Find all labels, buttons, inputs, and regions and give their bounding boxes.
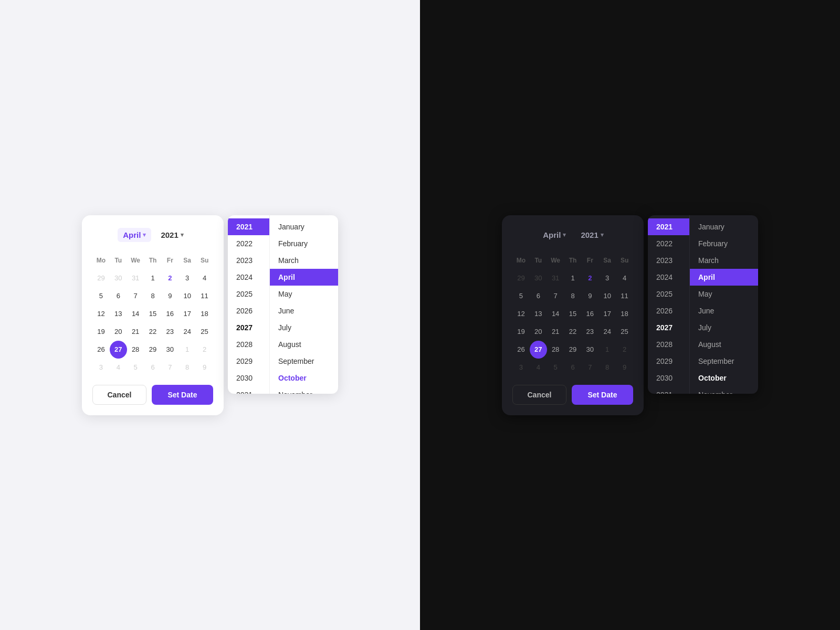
dark-year-item-2021[interactable]: 2021	[648, 218, 689, 235]
light-day-cell[interactable]: 24	[178, 323, 196, 341]
light-month-item-may[interactable]: May	[270, 286, 338, 302]
dark-year-item-2028[interactable]: 2028	[648, 336, 689, 353]
dark-year-dropdown-btn[interactable]: 2021 ▾	[576, 228, 607, 242]
light-month-item-april[interactable]: April	[270, 269, 338, 286]
dark-day-cell[interactable]: 3	[512, 359, 530, 376]
light-year-item-2027[interactable]: 2027	[228, 319, 269, 336]
light-day-cell[interactable]: 30	[110, 269, 127, 287]
dark-month-item-november[interactable]: November	[690, 386, 758, 394]
dark-month-dropdown-btn[interactable]: April ▾	[538, 228, 571, 242]
light-day-cell[interactable]: 4	[196, 269, 213, 287]
light-day-cell[interactable]: 8	[178, 359, 196, 376]
light-day-cell[interactable]: 2	[196, 341, 213, 359]
dark-day-cell[interactable]: 18	[616, 305, 633, 323]
dark-day-cell[interactable]: 11	[616, 287, 633, 305]
dark-month-item-october[interactable]: October	[690, 370, 758, 386]
light-day-cell[interactable]: 3	[178, 269, 196, 287]
dark-day-cell-today[interactable]: 2	[581, 269, 598, 287]
dark-day-cell[interactable]: 26	[512, 341, 530, 359]
dark-day-cell[interactable]: 31	[547, 269, 564, 287]
light-day-cell[interactable]: 3	[92, 359, 110, 376]
light-day-cell[interactable]: 1	[144, 269, 162, 287]
light-month-list[interactable]: January February March April May June Ju…	[270, 215, 338, 394]
light-day-cell[interactable]: 8	[144, 287, 162, 305]
dark-day-cell[interactable]: 7	[547, 287, 564, 305]
light-day-cell[interactable]: 23	[161, 323, 178, 341]
light-year-item-2028[interactable]: 2028	[228, 336, 269, 353]
light-day-cell[interactable]: 5	[127, 359, 144, 376]
dark-month-item-february[interactable]: February	[690, 235, 758, 252]
dark-year-item-2030[interactable]: 2030	[648, 370, 689, 386]
light-month-item-august[interactable]: August	[270, 336, 338, 353]
dark-day-cell[interactable]: 6	[564, 359, 582, 376]
light-day-cell[interactable]: 7	[161, 359, 178, 376]
light-month-dropdown-btn[interactable]: April ▾	[118, 228, 151, 242]
dark-month-list[interactable]: January February March April May June Ju…	[690, 215, 758, 394]
dark-day-cell[interactable]: 29	[512, 269, 530, 287]
dark-day-cell[interactable]: 2	[616, 341, 633, 359]
dark-month-item-july[interactable]: July	[690, 319, 758, 336]
dark-year-item-2027[interactable]: 2027	[648, 319, 689, 336]
dark-day-cell[interactable]: 16	[581, 305, 598, 323]
light-year-item-2029[interactable]: 2029	[228, 353, 269, 370]
dark-day-cell[interactable]: 19	[512, 323, 530, 341]
dark-year-item-2023[interactable]: 2023	[648, 252, 689, 269]
light-day-cell[interactable]: 28	[127, 341, 144, 359]
light-day-cell[interactable]: 4	[110, 359, 127, 376]
dark-day-cell[interactable]: 23	[581, 323, 598, 341]
light-day-cell[interactable]: 25	[196, 323, 213, 341]
light-day-cell[interactable]: 18	[196, 305, 213, 323]
dark-month-item-january[interactable]: January	[690, 218, 758, 235]
dark-day-cell[interactable]: 1	[564, 269, 582, 287]
light-day-cell[interactable]: 13	[110, 305, 127, 323]
dark-year-item-2029[interactable]: 2029	[648, 353, 689, 370]
light-year-list[interactable]: 2021 2022 2023 2024 2025 2026 2027 2028 …	[228, 215, 270, 394]
dark-day-cell[interactable]: 4	[616, 269, 633, 287]
light-year-dropdown-btn[interactable]: 2021 ▾	[156, 228, 187, 242]
dark-day-cell[interactable]: 29	[564, 341, 582, 359]
dark-day-cell[interactable]: 15	[564, 305, 582, 323]
dark-day-cell[interactable]: 3	[598, 269, 616, 287]
light-day-cell[interactable]: 6	[110, 287, 127, 305]
light-day-cell[interactable]: 12	[92, 305, 110, 323]
dark-day-cell[interactable]: 5	[512, 287, 530, 305]
dark-day-cell[interactable]: 14	[547, 305, 564, 323]
light-year-item-2021[interactable]: 2021	[228, 218, 269, 235]
light-day-cell[interactable]: 9	[196, 359, 213, 376]
light-day-cell[interactable]: 30	[161, 341, 178, 359]
light-day-cell[interactable]: 22	[144, 323, 162, 341]
light-year-item-2026[interactable]: 2026	[228, 302, 269, 319]
dark-day-cell[interactable]: 4	[530, 359, 547, 376]
dark-day-cell[interactable]: 22	[564, 323, 582, 341]
dark-day-cell[interactable]: 25	[616, 323, 633, 341]
light-month-item-september[interactable]: September	[270, 353, 338, 370]
light-year-item-2031[interactable]: 2031	[228, 386, 269, 394]
dark-year-item-2024[interactable]: 2024	[648, 269, 689, 286]
dark-day-cell[interactable]: 20	[530, 323, 547, 341]
light-day-cell[interactable]: 29	[92, 269, 110, 287]
dark-cancel-button[interactable]: Cancel	[512, 385, 566, 405]
dark-set-date-button[interactable]: Set Date	[572, 385, 633, 405]
light-set-date-button[interactable]: Set Date	[152, 385, 213, 405]
light-day-cell[interactable]: 16	[161, 305, 178, 323]
light-day-cell[interactable]: 7	[127, 287, 144, 305]
dark-day-cell[interactable]: 21	[547, 323, 564, 341]
light-year-item-2030[interactable]: 2030	[228, 370, 269, 386]
light-month-item-february[interactable]: February	[270, 235, 338, 252]
light-day-cell[interactable]: 19	[92, 323, 110, 341]
dark-day-cell[interactable]: 8	[564, 287, 582, 305]
dark-year-item-2022[interactable]: 2022	[648, 235, 689, 252]
dark-day-cell[interactable]: 30	[581, 341, 598, 359]
dark-month-item-march[interactable]: March	[690, 252, 758, 269]
dark-day-cell[interactable]: 1	[598, 341, 616, 359]
dark-day-cell[interactable]: 12	[512, 305, 530, 323]
light-year-item-2023[interactable]: 2023	[228, 252, 269, 269]
dark-year-list[interactable]: 2021 2022 2023 2024 2025 2026 2027 2028 …	[648, 215, 690, 394]
dark-day-cell[interactable]: 9	[581, 287, 598, 305]
light-month-item-march[interactable]: March	[270, 252, 338, 269]
light-day-cell[interactable]: 1	[178, 341, 196, 359]
dark-year-item-2025[interactable]: 2025	[648, 286, 689, 302]
light-cancel-button[interactable]: Cancel	[92, 385, 146, 405]
dark-month-item-september[interactable]: September	[690, 353, 758, 370]
light-month-item-november[interactable]: November	[270, 386, 338, 394]
